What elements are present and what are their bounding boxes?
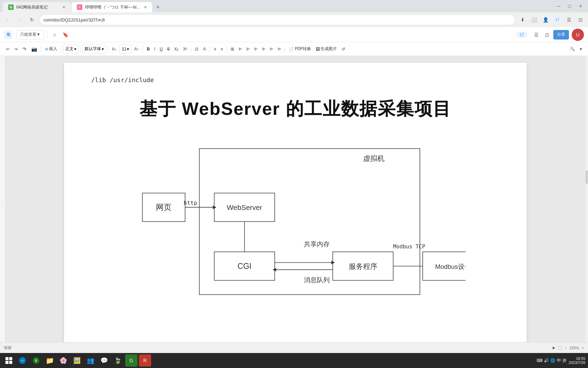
camera-button[interactable]: 📷 <box>29 45 39 53</box>
layout-icon[interactable]: ☰ <box>532 30 541 40</box>
font-dropdown[interactable]: 默认字体 ▾ <box>82 45 106 53</box>
taskbar-edge-icon[interactable] <box>16 354 29 367</box>
taskbar-windows-icon[interactable] <box>3 354 15 367</box>
new-tab-button[interactable]: + <box>153 2 163 12</box>
close-button[interactable]: × <box>576 1 585 11</box>
fmt-sep-5 <box>143 46 143 52</box>
font-size-dropdown[interactable]: 11 ▾ <box>119 45 131 53</box>
refresh-format-button[interactable]: ↺ <box>340 45 347 53</box>
outdent-button[interactable]: ⊫ <box>268 45 275 53</box>
search-icon[interactable]: 🔍 <box>568 45 577 53</box>
taskbar-folder-icon[interactable]: 📁 <box>44 354 56 367</box>
view-toggle-icon[interactable]: ⊡ <box>542 30 552 40</box>
taskbar-clock[interactable]: 18:55 2023/7/26 <box>569 356 585 365</box>
tab-close-notes[interactable]: × <box>63 4 65 10</box>
taskbar-red-icon[interactable]: R <box>139 354 151 367</box>
forward-button[interactable]: › <box>15 15 24 25</box>
taskbar-users-icon[interactable]: 👥 <box>84 354 97 367</box>
download-icon[interactable]: ⬇ <box>518 15 527 25</box>
insert-button[interactable]: ⊕ 插入 <box>43 45 59 53</box>
clock-date: 2023/7/26 <box>569 361 585 365</box>
dropdown-arrow: ▾ <box>74 47 76 51</box>
sidebar-toggle[interactable]: ⊡ <box>576 15 585 25</box>
fmt-sep-7 <box>210 46 210 52</box>
table-button[interactable]: ⊞ <box>229 45 236 53</box>
color-button[interactable]: A <box>201 45 208 53</box>
share-button[interactable]: 分享 <box>553 30 569 40</box>
tab-notes[interactable]: N 042网络高级笔记 × <box>3 2 71 12</box>
zoom-plus[interactable]: + <box>582 346 584 350</box>
http-arrowhead <box>213 205 216 209</box>
taskbar-green-icon[interactable]: G <box>125 354 137 367</box>
bottom-right: ▶ ⛶ − 225% + <box>553 346 584 350</box>
address-bar[interactable]: com/doc/DQ2J2S1paV3ZITmJt <box>39 14 515 25</box>
text-mode-dropdown[interactable]: 正文 ▾ <box>63 45 79 53</box>
taskbar-gallery-icon[interactable]: 🖼️ <box>71 354 83 367</box>
align-right-button[interactable]: ⊫ <box>252 45 260 53</box>
taskbar-app5-icon[interactable]: 🌸 <box>57 354 69 367</box>
sound-icon: 🌐 <box>550 358 555 363</box>
taskbar-leaves-icon[interactable]: 🍃 <box>112 354 124 367</box>
document-page: /lib /usr/include 基于 WebServer 的工业数据采集项目… <box>64 63 527 342</box>
italic-button[interactable]: I <box>152 45 157 53</box>
main-content: ··· /lib /usr/include 基于 WebServer 的工业数据… <box>0 56 588 342</box>
maximize-button[interactable]: □ <box>565 1 574 11</box>
more-format-button[interactable]: ⊫ <box>276 45 283 53</box>
undo-button[interactable]: ↩ <box>4 45 12 53</box>
fullscreen-icon[interactable]: ⛶ <box>558 346 562 350</box>
underline-button[interactable]: U <box>158 45 165 53</box>
zoom-minus[interactable]: − <box>565 346 567 350</box>
document-area[interactable]: /lib /usr/include 基于 WebServer 的工业数据采集项目… <box>5 56 585 342</box>
tab-close-bilibili[interactable]: × <box>144 4 147 10</box>
ordered-list-button[interactable]: ≡ <box>218 45 225 53</box>
taskbar-xbox-icon[interactable] <box>30 354 42 367</box>
sidebar-text: ··· <box>0 201 4 204</box>
user-count-badge[interactable]: 17 <box>553 17 562 22</box>
align-left-button[interactable]: ⊫ <box>236 45 244 53</box>
page-title: 基于 WebServer 的工业数据采集项目 <box>91 97 500 121</box>
webserver-label: WebServer <box>227 203 262 211</box>
refresh-button[interactable]: ↻ <box>27 15 37 25</box>
unordered-list-button[interactable]: ≡ <box>212 45 218 53</box>
table-group: ⊞ ⊫ ⊫ ⊫ ⊫ ⊫ ⊫ <box>229 45 283 53</box>
online-count: 17 <box>520 32 524 37</box>
bookmark-button[interactable]: 🔖 <box>61 30 70 40</box>
back-button[interactable]: ‹ <box>3 15 12 25</box>
clock-time: 18:55 <box>576 356 585 361</box>
taskbar-wechat-icon[interactable]: 💬 <box>98 354 110 367</box>
image-button[interactable]: 🖼 生成图片 <box>314 45 339 53</box>
svg-rect-3 <box>9 361 12 364</box>
pdf-button[interactable]: 📄 PDF转换 <box>287 45 313 53</box>
user-avatars[interactable]: 17 <box>516 32 527 38</box>
strikethrough-button[interactable]: S <box>165 45 172 53</box>
font-increase-button[interactable]: A↑ <box>132 45 141 53</box>
font-decrease-button[interactable]: A↓ <box>110 45 119 53</box>
browser-frame: N 042网络高级笔记 × B 哔哩哔哩（' - 'つロ 干杯~--bi... … <box>0 0 588 368</box>
fmt-sep-4 <box>108 46 108 52</box>
font-label: 默认字体 <box>85 46 101 52</box>
star-button[interactable]: ☆ <box>50 30 60 40</box>
list-group: ≡ ≡ <box>212 45 225 53</box>
minimize-button[interactable]: ─ <box>554 1 564 11</box>
bold-button[interactable]: B <box>145 45 152 53</box>
indent-button[interactable]: ⊫ <box>260 45 267 53</box>
align-center-button[interactable]: ⊫ <box>244 45 252 53</box>
http-label: http <box>183 199 197 206</box>
scrollbar-thumb[interactable] <box>586 170 588 184</box>
collapse-button[interactable]: ▾ <box>578 45 584 53</box>
superscript-button[interactable]: X² <box>181 45 189 53</box>
redo-button[interactable]: ↪ <box>12 45 20 53</box>
link-text[interactable]: 链接 <box>4 345 12 350</box>
cast-icon[interactable]: ⬜ <box>529 15 539 25</box>
profile-icon[interactable]: 👤 <box>541 15 551 25</box>
view-mode-button[interactable]: 只能查看▼ <box>16 30 44 40</box>
highlight-button[interactable]: ⊡ <box>193 45 200 53</box>
scrollbar[interactable] <box>585 56 588 342</box>
menu-button[interactable]: ☰ <box>564 15 574 25</box>
subscript-button[interactable]: X₂ <box>172 45 181 53</box>
play-icon[interactable]: ▶ <box>553 346 555 350</box>
tab-label-bilibili: 哔哩哔哩（' - 'つロ 干杯~--bi... <box>85 4 140 10</box>
tab-bilibili[interactable]: B 哔哩哔哩（' - 'つロ 干杯~--bi... × <box>71 2 152 12</box>
history-button[interactable]: ↷ <box>20 45 29 53</box>
user-avatar[interactable]: U <box>572 29 584 41</box>
